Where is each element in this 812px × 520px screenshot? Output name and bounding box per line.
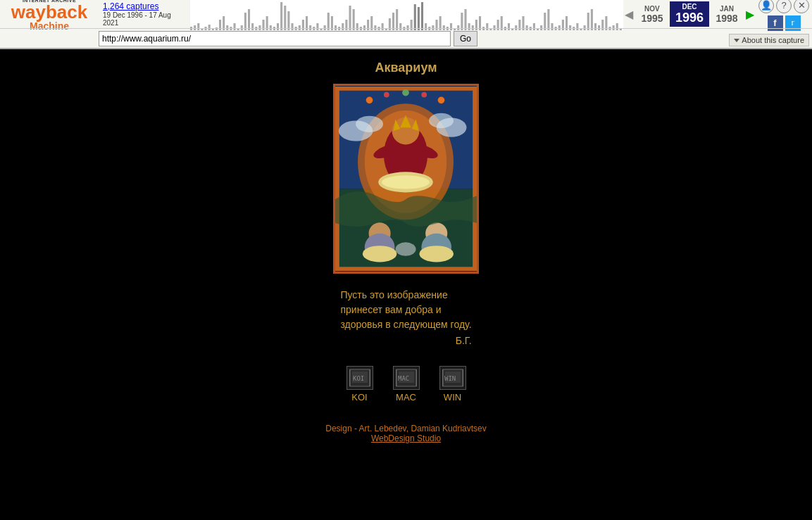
prev-arrow[interactable]: ◀ (623, 8, 635, 21)
url-bar-row: Go About this capture (0, 28, 812, 48)
help-icon[interactable]: ? (776, 0, 792, 13)
svg-point-141 (382, 175, 430, 189)
svg-rect-56 (392, 13, 394, 30)
svg-rect-110 (587, 13, 589, 30)
win-icon: WIN (439, 366, 466, 390)
next-year-label: 1998 (716, 13, 737, 24)
captures-link[interactable]: 1,264 captures (103, 1, 186, 11)
main-content: Аквариум (0, 49, 812, 519)
svg-rect-99 (547, 9, 549, 30)
svg-rect-15 (244, 13, 246, 30)
mac-icon: MAC (393, 366, 420, 390)
svg-point-152 (421, 92, 427, 98)
svg-rect-125 (335, 87, 339, 271)
svg-rect-45 (353, 9, 355, 30)
svg-point-130 (356, 116, 383, 132)
sparkline-svg (190, 0, 623, 30)
design-credit: Design - Art. Lebedev, Damian Kudriavtse… (325, 424, 487, 443)
svg-point-149 (366, 96, 373, 103)
caption-text: Пусть это изображение принесет вам добра… (340, 288, 471, 332)
thangka-image (333, 84, 479, 274)
svg-text:WIN: WIN (444, 375, 456, 382)
page-title: Аквариум (375, 61, 437, 75)
caption-area: Пусть это изображение принесет вам добра… (340, 281, 471, 346)
webdesign-link[interactable]: WebDesign Studio (371, 433, 441, 443)
encoding-links: KOI KOI MAC MAC WIN (346, 366, 466, 402)
next-month-year[interactable]: JAN 1998 (709, 4, 744, 25)
user-icon[interactable]: 👤 (758, 0, 774, 13)
captures-dates: 19 Dec 1996 - 17 Aug 2021 (103, 11, 186, 27)
about-capture-arrow (734, 39, 739, 42)
svg-rect-98 (544, 13, 546, 30)
svg-rect-26 (284, 6, 286, 30)
svg-rect-27 (287, 11, 289, 30)
svg-rect-75 (461, 13, 463, 30)
mac-icon-svg: MAC (396, 369, 417, 387)
next-month-label: JAN (720, 5, 734, 13)
caption-line1: Пусть это изображение (340, 289, 447, 300)
top-icons-row: 👤 ? ✕ (758, 0, 809, 13)
koi-icon: KOI (346, 366, 373, 390)
win-link[interactable]: WIN WIN (439, 366, 466, 402)
svg-rect-62 (414, 4, 416, 30)
active-month-label: DEC (682, 3, 697, 11)
active-year-label: 1996 (675, 11, 704, 25)
svg-rect-25 (280, 2, 282, 30)
win-label: WIN (444, 392, 461, 402)
svg-rect-44 (349, 6, 351, 30)
svg-rect-16 (248, 9, 250, 30)
mac-link[interactable]: MAC MAC (393, 366, 420, 402)
thangka-svg (335, 84, 477, 274)
koi-icon-svg: KOI (349, 369, 370, 387)
svg-point-147 (419, 246, 454, 262)
caption-line3: здоровья в следующем году. (340, 319, 471, 330)
url-input[interactable] (99, 31, 451, 46)
svg-rect-111 (591, 9, 593, 30)
design-credit-text: Design - Art. Lebedev, Damian Kudriavtse… (325, 424, 487, 433)
wayback-text: wayback (11, 3, 87, 21)
svg-rect-38 (327, 13, 330, 30)
prev-month-label: NOV (644, 5, 660, 13)
svg-point-150 (384, 92, 389, 98)
about-capture-label: About this capture (742, 36, 804, 44)
caption-line2: принесет вам добра и (340, 304, 441, 315)
svg-point-148 (395, 242, 416, 255)
svg-rect-76 (464, 9, 466, 30)
sparkline-area (190, 0, 623, 30)
date-navigation: ◀ NOV 1995 DEC 1996 JAN 1998 ▶ (623, 1, 756, 27)
svg-rect-63 (418, 7, 420, 30)
koi-link[interactable]: KOI KOI (346, 366, 373, 402)
svg-rect-124 (335, 267, 477, 271)
koi-label: KOI (351, 392, 367, 402)
mac-label: MAC (396, 392, 416, 402)
svg-rect-126 (473, 87, 477, 271)
svg-rect-57 (396, 9, 398, 30)
close-icon[interactable]: ✕ (794, 0, 809, 13)
svg-text:MAC: MAC (398, 375, 409, 382)
sparkline-chart (190, 0, 623, 30)
win-icon-svg: WIN (442, 369, 463, 387)
next-arrow[interactable]: ▶ (744, 8, 756, 21)
captures-info: 1,264 captures 19 Dec 1996 - 17 Aug 2021 (99, 0, 190, 30)
svg-point-153 (438, 96, 445, 103)
go-button[interactable]: Go (454, 31, 477, 46)
about-capture-button[interactable]: About this capture (729, 34, 809, 46)
svg-point-132 (429, 113, 454, 128)
svg-point-151 (402, 89, 409, 96)
wayback-toolbar: INTERNET ARCHIVE wayback Machine 1,264 c… (0, 0, 812, 49)
active-month-year[interactable]: DEC 1996 (670, 1, 709, 27)
caption-signature: Б.Г. (340, 335, 471, 346)
prev-year-label: 1995 (641, 13, 663, 24)
svg-text:KOI: KOI (353, 375, 364, 382)
svg-rect-64 (421, 2, 423, 30)
prev-month-year[interactable]: NOV 1995 (635, 4, 670, 25)
svg-point-144 (363, 246, 397, 262)
